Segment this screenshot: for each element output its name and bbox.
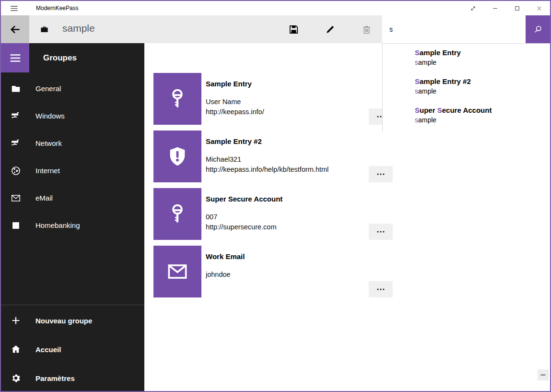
sidebar-item-windows[interactable]: Windows	[1, 102, 144, 130]
delete-button[interactable]	[348, 15, 385, 43]
shield-alert-icon	[166, 145, 188, 167]
search-result-item[interactable]: Sample Entry #2 sample	[415, 77, 550, 106]
group-label: eMail	[35, 194, 53, 202]
entry-detail-line: http://keepass.info/help/kb/testform.htm…	[206, 165, 528, 175]
blank-square-icon	[11, 220, 21, 231]
minus-icon	[539, 371, 547, 379]
entry-text: Super Secure Account 007http://supersecu…	[206, 188, 528, 232]
search-result-subtitle: sample	[415, 115, 550, 125]
entry-title: Work Email	[206, 252, 528, 261]
entry-text: Sample Entry #2 Michael321http://keepass…	[206, 131, 528, 174]
group-label: General	[35, 84, 61, 93]
maximize-button[interactable]	[506, 1, 528, 15]
groups-list: General Windows Network Internet eMail H…	[1, 75, 144, 239]
entry-text: Work Email johndoe	[206, 246, 528, 280]
back-button[interactable]	[1, 15, 29, 43]
ellipsis-icon	[375, 284, 386, 295]
folder-icon	[11, 83, 21, 94]
sidebar-item-general[interactable]: General	[1, 75, 144, 102]
entry-tile[interactable]	[153, 188, 201, 240]
sidebar-item-network[interactable]: Network	[1, 130, 144, 157]
entry-details: 007http://supersecure.com	[206, 212, 528, 232]
command-bar: sample	[1, 15, 550, 43]
entry-row[interactable]: Work Email johndoe	[153, 246, 528, 297]
toolbar	[275, 15, 385, 43]
search-result-item[interactable]: Sample Entry sample	[415, 48, 550, 77]
more-options-button[interactable]	[369, 224, 393, 240]
entry-detail-line: http://supersecure.com	[206, 222, 528, 232]
entry-row[interactable]: Sample Entry #2 Michael321http://keepass…	[153, 131, 528, 182]
entry-detail-line: 007	[206, 212, 528, 222]
entry-tile[interactable]	[153, 73, 201, 125]
search-result-title: Sample Entry #2	[415, 77, 550, 86]
group-label: Paramètres	[35, 374, 75, 382]
entry-row[interactable]: Super Secure Account 007http://supersecu…	[153, 188, 528, 240]
group-label: Homebanking	[35, 221, 80, 229]
app-title: ModernKeePass	[36, 1, 79, 15]
save-button[interactable]	[275, 15, 312, 43]
entry-title: Super Secure Account	[206, 195, 528, 203]
search-result-subtitle: sample	[415, 86, 550, 96]
entry-tile[interactable]	[153, 246, 201, 297]
close-button[interactable]	[528, 1, 550, 15]
edit-button[interactable]	[312, 15, 348, 43]
trash-icon	[362, 24, 372, 35]
titlebar-menu-button[interactable]	[4, 1, 23, 15]
key-icon	[166, 88, 188, 110]
groups-header: Groupes	[43, 43, 77, 72]
key-icon	[166, 203, 188, 225]
entry-details: Michael321http://keepass.info/help/kb/te…	[206, 154, 528, 174]
fullscreen-button[interactable]	[462, 1, 484, 15]
app-window: ModernKeePass sample Groupes General	[0, 0, 551, 392]
sidebar-item-homebanking[interactable]: Homebanking	[1, 212, 144, 239]
group-label: Nouveau groupe	[35, 317, 92, 325]
network-icon	[11, 111, 21, 121]
minimize-button[interactable]	[484, 1, 506, 15]
hamburger-icon	[9, 52, 22, 64]
search-icon	[533, 24, 543, 34]
entry-details: johndoe	[206, 270, 528, 280]
sidebar-action-param-tres[interactable]: Paramètres	[1, 364, 144, 392]
minimize-icon	[492, 5, 499, 12]
search-button[interactable]	[526, 15, 550, 43]
search-result-title: Sample Entry	[415, 48, 550, 58]
close-icon	[536, 5, 543, 12]
maximize-icon	[514, 5, 521, 12]
entry-detail-line: Michael321	[206, 154, 528, 165]
search-results-dropdown: Sample Entry sample Sample Entry #2 samp…	[382, 43, 550, 132]
entry-tile[interactable]	[153, 131, 201, 182]
ellipsis-icon	[375, 226, 386, 237]
more-options-button[interactable]	[369, 166, 393, 182]
zoom-out-button[interactable]	[538, 369, 549, 380]
entry-detail-line: johndoe	[206, 270, 528, 280]
sidebar: Groupes General Windows Network Internet…	[1, 43, 144, 391]
sidebar-action-accueil[interactable]: Accueil	[1, 335, 144, 364]
plus-icon	[11, 315, 21, 326]
search-result-subtitle: sample	[415, 58, 550, 67]
network-icon	[11, 138, 21, 149]
group-label: Accueil	[35, 345, 61, 354]
sidebar-action-nouveau-groupe[interactable]: Nouveau groupe	[1, 306, 144, 335]
database-icon	[40, 25, 49, 34]
mail-big-icon	[166, 261, 188, 283]
save-icon	[289, 24, 299, 35]
database-title: sample	[62, 23, 95, 34]
home-icon	[11, 344, 21, 355]
more-options-button[interactable]	[369, 281, 393, 297]
sidebar-menu-button[interactable]	[1, 43, 29, 72]
globe-icon	[11, 166, 21, 176]
search-input[interactable]	[382, 15, 526, 43]
sidebar-divider	[1, 305, 144, 305]
sidebar-item-internet[interactable]: Internet	[1, 157, 144, 184]
search-result-item[interactable]: Super Secure Account sample	[415, 106, 550, 134]
group-label: Windows	[35, 112, 65, 120]
search-box	[382, 15, 550, 43]
sidebar-item-email[interactable]: eMail	[1, 184, 144, 212]
hamburger-icon	[10, 4, 19, 13]
titlebar: ModernKeePass	[1, 1, 550, 15]
window-controls	[462, 1, 550, 15]
entry-title: Sample Entry #2	[206, 137, 528, 145]
gear-icon	[11, 373, 21, 383]
fullscreen-icon	[469, 5, 477, 12]
ellipsis-icon	[375, 169, 386, 179]
